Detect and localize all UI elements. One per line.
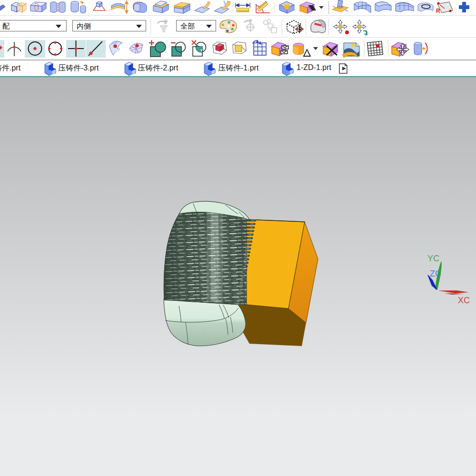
svg-text:YC: YC [427, 254, 439, 263]
svg-text:ZC: ZC [430, 269, 441, 278]
svg-text:XC: XC [458, 296, 470, 305]
